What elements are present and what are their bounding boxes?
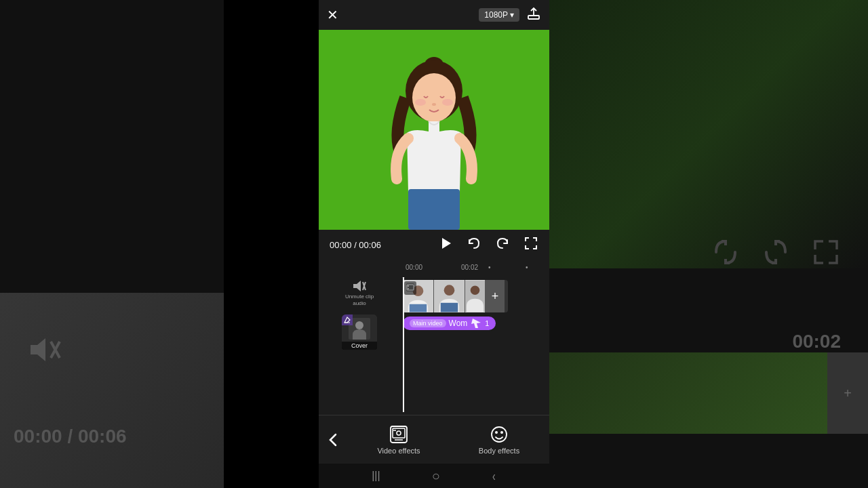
svg-rect-31 <box>441 303 458 312</box>
main-video-tag: Main video <box>410 319 446 327</box>
svg-rect-35 <box>393 428 405 438</box>
svg-point-30 <box>444 285 455 296</box>
svg-rect-12 <box>408 189 460 230</box>
system-back-icon[interactable]: ‹ <box>492 468 496 484</box>
strip-frame-2 <box>434 280 465 312</box>
system-home-icon[interactable]: ○ <box>432 468 440 484</box>
ruler-mark-0: 00:00 <box>406 264 422 271</box>
redo-button[interactable] <box>495 236 510 254</box>
svg-point-38 <box>492 427 507 442</box>
strip-frame-3 <box>465 280 486 312</box>
svg-marker-0 <box>31 338 45 361</box>
body-effects-label: Body effects <box>479 447 519 455</box>
video-strip[interactable]: + <box>403 280 508 312</box>
svg-point-40 <box>500 431 503 434</box>
back-toolbar-button[interactable] <box>319 415 349 464</box>
timeline-ruler: 00:00 00:02 • • <box>319 260 549 274</box>
ruler-mark-1: 00:02 <box>461 264 478 271</box>
add-clip-button[interactable]: + <box>486 280 505 312</box>
unmute-label: Unmute clipaudio <box>345 293 374 306</box>
svg-point-39 <box>495 431 498 434</box>
background-left: 00:00 / 00:06 <box>0 0 224 488</box>
video-effects-button[interactable]: Video effects <box>349 425 449 455</box>
svg-rect-3 <box>528 16 539 19</box>
main-video-name: Wom <box>449 319 468 328</box>
bg-left-time: 00:00 / 00:06 <box>14 426 127 447</box>
chevron-down-icon: ▾ <box>510 10 514 20</box>
svg-marker-13 <box>442 238 451 249</box>
bottom-toolbar: Video effects Body effects <box>319 415 549 464</box>
svg-marker-14 <box>353 281 361 291</box>
svg-rect-28 <box>410 304 427 312</box>
playback-bar: 00:00 / 00:06 <box>319 230 549 260</box>
play-button[interactable] <box>438 236 453 254</box>
top-bar: ✕ 1080P ▾ <box>319 0 549 30</box>
timeline-area: 00:00 00:02 • • Unmute clipaudio <box>319 260 549 415</box>
svg-point-37 <box>397 431 401 435</box>
bg-right-icons <box>711 237 841 267</box>
svg-point-7 <box>412 73 456 122</box>
body-effects-button[interactable]: Body effects <box>449 425 549 455</box>
playhead-arrow <box>400 277 408 279</box>
svg-point-19 <box>355 321 363 329</box>
video-green-screen <box>319 30 549 230</box>
character-display <box>380 43 488 226</box>
resolution-label: 1080P <box>484 10 508 20</box>
track-controls: Unmute clipaudio <box>319 277 400 412</box>
export-button[interactable] <box>526 6 541 24</box>
resolution-selector[interactable]: 1080P ▾ <box>479 8 519 22</box>
fullscreen-button[interactable] <box>524 236 538 253</box>
svg-point-9 <box>442 99 453 106</box>
video-preview <box>319 30 549 230</box>
bg-right-time: 00:02 <box>792 331 841 352</box>
app-container: ✕ 1080P ▾ <box>319 0 549 488</box>
close-button[interactable]: ✕ <box>327 7 338 23</box>
system-nav-bar: ||| ○ ‹ <box>319 464 549 488</box>
timeline-tracks: Unmute clipaudio <box>319 274 549 415</box>
playback-icons <box>438 236 538 254</box>
svg-point-33 <box>471 286 480 296</box>
cover-thumbnail-container[interactable]: Cover <box>342 314 377 350</box>
playhead <box>403 277 404 412</box>
system-menu-icon[interactable]: ||| <box>372 470 380 482</box>
undo-button[interactable] <box>467 236 481 254</box>
background-right: 00:02 + <box>549 0 868 488</box>
svg-point-25 <box>408 288 409 289</box>
track-content: + Main video Wom 1 <box>400 277 549 412</box>
svg-rect-20 <box>342 314 353 325</box>
svg-point-8 <box>415 99 426 106</box>
unmute-clip-audio-button[interactable]: Unmute clipaudio <box>345 280 374 306</box>
video-effects-label: Video effects <box>377 447 420 455</box>
cover-label: Cover <box>342 342 377 350</box>
svg-point-10 <box>432 103 436 106</box>
time-display: 00:00 / 00:06 <box>330 240 381 250</box>
svg-point-24 <box>408 285 409 287</box>
bg-left-mute-icon <box>27 336 61 366</box>
main-video-label: Main video Wom 1 <box>403 317 496 330</box>
